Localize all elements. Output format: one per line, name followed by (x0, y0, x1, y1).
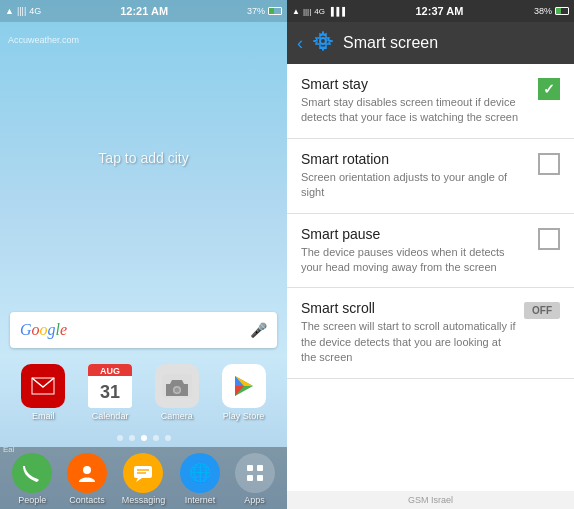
smart-pause-title: Smart pause (301, 226, 522, 242)
left-status-right: 37% (247, 6, 282, 16)
email-app-icon[interactable]: Email (21, 364, 65, 421)
smart-pause-control[interactable] (530, 226, 560, 250)
smart-stay-item[interactable]: Smart stay Smart stay disables screen ti… (287, 64, 574, 139)
left-watermark: Eal (3, 445, 15, 454)
right-battery-pct: 38% (534, 6, 552, 16)
apps-label: Apps (244, 495, 265, 505)
svg-rect-18 (257, 465, 263, 471)
svg-rect-19 (247, 475, 253, 481)
calendar-icon-img: AUG 31 (88, 364, 132, 408)
dot-1 (117, 435, 123, 441)
wifi-icon: ▲ (5, 6, 14, 16)
signal-icon: |||| (17, 6, 26, 16)
contacts-label: Contacts (69, 495, 105, 505)
dot-5 (165, 435, 171, 441)
calendar-app-icon[interactable]: AUG 31 Calendar (88, 364, 132, 421)
dot-2 (129, 435, 135, 441)
tap-to-add-text[interactable]: Tap to add city (98, 150, 188, 166)
internet-label: Internet (185, 495, 216, 505)
contacts-dock-icon[interactable]: Contacts (67, 453, 107, 505)
svg-rect-17 (247, 465, 253, 471)
smart-scroll-item[interactable]: Smart scroll The screen will start to sc… (287, 288, 574, 378)
action-bar: ‹ Smart screen (287, 22, 574, 64)
smart-scroll-title: Smart scroll (301, 300, 516, 316)
left-status-bar: ▲ |||| 4G 12:21 AM 37% (0, 0, 287, 22)
svg-text:AUG: AUG (100, 366, 120, 376)
left-panel: ▲ |||| 4G 12:21 AM 37% Accuweather.com T… (0, 0, 287, 509)
playstore-icon-img (222, 364, 266, 408)
back-button[interactable]: ‹ (297, 33, 303, 54)
messaging-label: Messaging (122, 495, 166, 505)
right-signal-icon: |||| (303, 7, 311, 16)
right-wifi-icon: ▲ (292, 7, 300, 16)
smart-scroll-control[interactable]: OFF (524, 300, 560, 319)
weather-widget[interactable]: Tap to add city (0, 22, 287, 304)
smart-rotation-checkbox[interactable] (538, 153, 560, 175)
smart-pause-desc: The device pauses videos when it detects… (301, 245, 522, 276)
voice-search-icon[interactable]: 🎤 (250, 322, 267, 338)
left-battery-bar (268, 7, 282, 15)
apps-icon-img (235, 453, 275, 493)
apps-dock-icon[interactable]: Apps (235, 453, 275, 505)
smart-stay-title: Smart stay (301, 76, 522, 92)
right-battery-bar (555, 7, 569, 15)
accuweather-label: Accuweather.com (8, 35, 79, 45)
smart-stay-text: Smart stay Smart stay disables screen ti… (301, 76, 522, 126)
page-dots (0, 429, 287, 447)
phone-icon-img (12, 453, 52, 493)
camera-label: Camera (161, 411, 193, 421)
right-signal-bars: ▐▐▐ (328, 7, 345, 16)
smart-pause-text: Smart pause The device pauses videos whe… (301, 226, 522, 276)
smart-rotation-title: Smart rotation (301, 151, 522, 167)
phone-dock-icon[interactable]: People (12, 453, 52, 505)
smart-pause-checkbox[interactable] (538, 228, 560, 250)
email-icon-img (21, 364, 65, 408)
playstore-label: Play Store (223, 411, 265, 421)
smart-rotation-text: Smart rotation Screen orientation adjust… (301, 151, 522, 201)
camera-icon-img (155, 364, 199, 408)
right-battery-area: 38% (534, 6, 569, 16)
right-4g-icon: 4G (314, 7, 325, 16)
svg-rect-20 (257, 475, 263, 481)
left-status-icons: ▲ |||| 4G (5, 6, 41, 16)
bottom-dock: People Contacts (0, 447, 287, 509)
email-label: Email (32, 411, 55, 421)
app-icons-row: Email AUG 31 Calendar (0, 356, 287, 429)
smart-scroll-text: Smart scroll The screen will start to sc… (301, 300, 516, 365)
settings-list: Smart stay Smart stay disables screen ti… (287, 64, 574, 491)
internet-dock-icon[interactable]: 🌐 Internet (180, 453, 220, 505)
messaging-icon-img (123, 453, 163, 493)
right-panel: ▲ |||| 4G ▐▐▐ 12:37 AM 38% ‹ Smart scree… (287, 0, 574, 509)
smart-scroll-toggle[interactable]: OFF (524, 302, 560, 319)
svg-point-8 (174, 388, 179, 393)
action-bar-title: Smart screen (343, 34, 438, 52)
calendar-label: Calendar (92, 411, 129, 421)
messaging-dock-icon[interactable]: Messaging (122, 453, 166, 505)
gear-icon (313, 31, 333, 56)
smart-pause-item[interactable]: Smart pause The device pauses videos whe… (287, 214, 574, 289)
right-status-icons: ▲ |||| 4G ▐▐▐ (292, 7, 345, 16)
svg-text:31: 31 (100, 382, 120, 402)
smart-stay-checkmark: ✓ (543, 81, 555, 97)
svg-rect-14 (134, 466, 152, 478)
left-time: 12:21 AM (120, 5, 168, 17)
right-time: 12:37 AM (416, 5, 464, 17)
smart-scroll-desc: The screen will start to scroll automati… (301, 319, 516, 365)
smart-stay-checkbox[interactable]: ✓ (538, 78, 560, 100)
smart-rotation-control[interactable] (530, 151, 560, 175)
left-battery: 37% (247, 6, 265, 16)
battery-icon: 4G (29, 6, 41, 16)
playstore-app-icon[interactable]: Play Store (222, 364, 266, 421)
camera-app-icon[interactable]: Camera (155, 364, 199, 421)
smart-rotation-desc: Screen orientation adjusts to your angle… (301, 170, 522, 201)
right-status-bar: ▲ |||| 4G ▐▐▐ 12:37 AM 38% (287, 0, 574, 22)
smart-rotation-item[interactable]: Smart rotation Screen orientation adjust… (287, 139, 574, 214)
phone-label: People (18, 495, 46, 505)
dot-4 (153, 435, 159, 441)
smart-stay-control[interactable]: ✓ (530, 76, 560, 100)
svg-point-13 (83, 466, 91, 474)
contacts-icon-img (67, 453, 107, 493)
google-search-bar[interactable]: Google 🎤 (10, 312, 277, 348)
smart-stay-desc: Smart stay disables screen timeout if de… (301, 95, 522, 126)
svg-point-21 (320, 38, 326, 44)
